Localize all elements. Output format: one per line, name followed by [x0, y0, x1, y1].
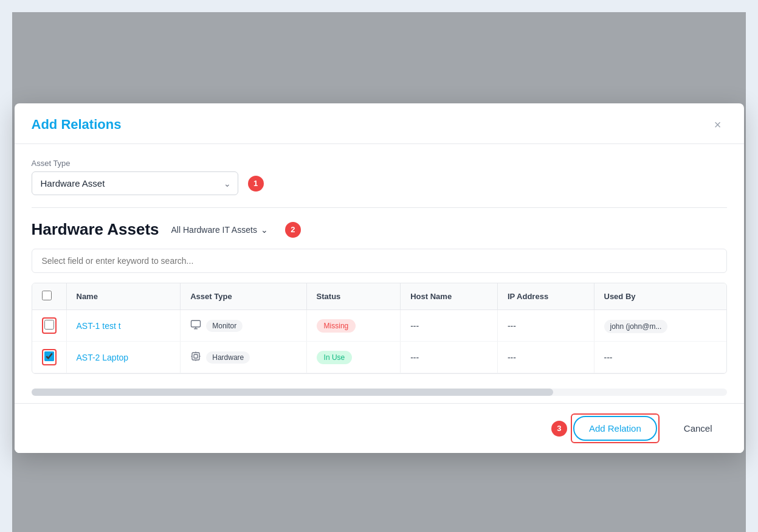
asset-type-select-wrapper: Hardware Asset Software Asset Other Asse… [32, 171, 238, 195]
row2-name: AST-2 Laptop [66, 342, 181, 373]
add-relation-button[interactable]: Add Relation [573, 416, 657, 441]
table-row: AST-1 test t [32, 310, 726, 342]
filter-label: All Hardware IT Assets [171, 225, 257, 235]
step-1-badge: 1 [248, 176, 264, 192]
assets-table: Name Asset Type Status Host Name IP Addr… [32, 283, 726, 373]
scrollbar-thumb [32, 389, 553, 396]
cancel-button[interactable]: Cancel [669, 417, 727, 440]
row1-type-badge: Monitor [206, 320, 243, 332]
row1-user-badge: john (john@m... [604, 320, 668, 333]
checkbox-highlight-box [42, 317, 57, 334]
row1-checkbox[interactable] [44, 320, 54, 330]
row2-type-badge: Hardware [206, 351, 250, 364]
col-used-by: Used By [594, 283, 726, 310]
col-status: Status [306, 283, 401, 310]
col-name: Name [66, 283, 181, 310]
asset-type-select[interactable]: Hardware Asset Software Asset Other Asse… [32, 171, 238, 195]
row2-status: In Use [306, 342, 401, 373]
table-header-row: Name Asset Type Status Host Name IP Addr… [32, 283, 726, 310]
step-2-badge: 2 [285, 222, 301, 238]
row1-asset-link[interactable]: AST-1 test t [77, 321, 121, 331]
row1-checkbox-cell [32, 310, 67, 342]
filter-chevron-icon: ⌄ [261, 225, 268, 235]
horizontal-scrollbar[interactable] [32, 389, 727, 396]
close-icon: × [714, 118, 722, 132]
row1-status-badge: Missing [317, 319, 356, 333]
row2-asset-type-cell: Hardware [190, 351, 296, 364]
add-relation-area: 3 Add Relation [551, 413, 660, 443]
section-divider [32, 207, 727, 208]
add-relations-modal: Add Relations × Asset Type Hardware Asse… [15, 103, 744, 453]
modal-overlay: Add Relations × Asset Type Hardware Asse… [12, 12, 746, 532]
modal-title: Add Relations [32, 117, 122, 133]
row1-used-by: john (john@m... [594, 310, 726, 342]
row1-name: AST-1 test t [66, 310, 181, 342]
step-3-badge: 3 [551, 421, 567, 437]
row2-status-badge: In Use [317, 351, 353, 364]
row1-ip: --- [497, 310, 594, 342]
modal-header: Add Relations × [15, 103, 744, 144]
svg-rect-0 [191, 320, 201, 327]
row1-host: --- [401, 310, 498, 342]
checkbox-highlight-box-2 [42, 349, 57, 365]
asset-type-section: Asset Type Hardware Asset Software Asset… [32, 159, 727, 195]
svg-rect-3 [192, 353, 199, 360]
row1-status: Missing [306, 310, 401, 342]
row2-asset-type: Hardware [181, 342, 306, 373]
add-relation-highlight-box: Add Relation [571, 413, 660, 443]
row1-asset-type-cell: Monitor [190, 319, 296, 333]
monitor-icon [190, 319, 201, 333]
col-ip-address: IP Address [497, 283, 594, 310]
svg-rect-4 [194, 354, 198, 358]
table-row: AST-2 Laptop [32, 342, 726, 373]
modal-footer: 3 Add Relation Cancel [15, 403, 744, 453]
section-title: Hardware Assets [32, 220, 159, 239]
row2-used-by: --- [594, 342, 726, 373]
row2-ip: --- [497, 342, 594, 373]
row2-host: --- [401, 342, 498, 373]
assets-table-container: Name Asset Type Status Host Name IP Addr… [32, 283, 727, 374]
row2-checkbox-cell [32, 342, 67, 373]
asset-type-label: Asset Type [32, 159, 727, 168]
row1-asset-type: Monitor [181, 310, 306, 342]
row2-asset-link[interactable]: AST-2 Laptop [77, 353, 129, 362]
col-host-name: Host Name [401, 283, 498, 310]
search-input[interactable] [32, 249, 727, 273]
section-header: Hardware Assets All Hardware IT Assets ⌄… [32, 220, 727, 239]
col-asset-type: Asset Type [181, 283, 306, 310]
filter-button[interactable]: All Hardware IT Assets ⌄ [167, 223, 273, 237]
select-all-checkbox[interactable] [42, 291, 52, 300]
modal-body: Asset Type Hardware Asset Software Asset… [15, 144, 744, 389]
header-checkbox-col [32, 283, 67, 310]
close-button[interactable]: × [709, 116, 727, 134]
hardware-icon [190, 351, 201, 364]
row2-checkbox[interactable] [44, 351, 54, 361]
